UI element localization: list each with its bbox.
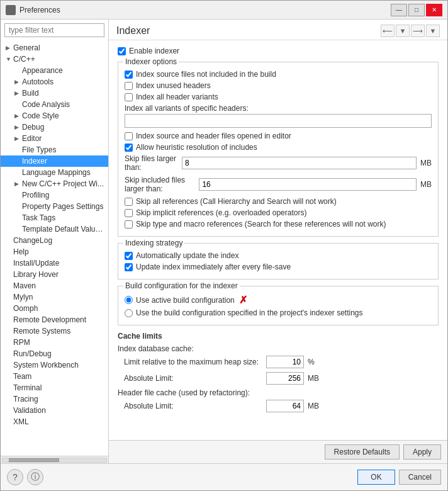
back-button[interactable]: ⟵ — [381, 25, 395, 37]
restore-defaults-button[interactable]: Restore Defaults — [325, 444, 400, 460]
sidebar-item-validation[interactable]: Validation — [1, 405, 108, 416]
sidebar-item-property-pages[interactable]: Property Pages Settings — [1, 201, 108, 212]
update-immediately-row: Update index immediately after every fil… — [125, 262, 432, 271]
sidebar-item-label: Mylyn — [13, 293, 33, 302]
active-build-row: Use active build configuration ✗ — [125, 294, 432, 306]
skip-implicit-checkbox[interactable] — [125, 209, 133, 217]
index-all-variants-checkbox[interactable] — [125, 93, 133, 101]
sidebar-item-appearance[interactable]: Appearance — [1, 65, 108, 76]
sidebar-item-label: Editor — [22, 134, 42, 143]
back-dropdown-button[interactable]: ▼ — [396, 25, 410, 37]
sidebar-item-label: Debug — [22, 123, 44, 132]
sidebar-item-template-default[interactable]: Template Default Value... — [1, 223, 108, 235]
maximize-button[interactable]: □ — [408, 4, 425, 16]
sidebar-item-build[interactable]: ▶ Build — [1, 87, 108, 99]
index-all-variants-row: Index all header variants — [125, 93, 432, 101]
update-immediately-checkbox[interactable] — [125, 263, 133, 271]
absolute-limit-unit-header: MB — [308, 402, 319, 410]
sidebar-item-library-hover[interactable]: Library Hover — [1, 269, 108, 280]
skip-all-refs-checkbox[interactable] — [125, 198, 133, 206]
forward-dropdown-button[interactable]: ▼ — [426, 25, 440, 37]
active-build-radio[interactable] — [125, 296, 133, 304]
sidebar-item-label: Property Pages Settings — [22, 202, 103, 211]
sidebar-item-label: System Workbench — [13, 361, 79, 370]
sidebar-item-run-debug[interactable]: Run/Debug — [1, 348, 108, 359]
heuristic-row: Allow heuristic resolution of includes — [125, 143, 432, 152]
ok-button[interactable]: OK — [357, 470, 395, 485]
index-editor-checkbox[interactable] — [125, 132, 133, 140]
sidebar-item-tracing[interactable]: Tracing — [1, 393, 108, 405]
sidebar-item-changelog[interactable]: ChangeLog — [1, 235, 108, 246]
cancel-button[interactable]: Cancel — [399, 470, 441, 485]
indexer-options-group: Indexer options Index source files not i… — [118, 62, 439, 237]
sidebar-item-oomph[interactable]: Oomph — [1, 303, 108, 314]
sidebar-item-mylyn[interactable]: Mylyn — [1, 291, 108, 303]
sidebar-item-remote-development[interactable]: Remote Development — [1, 314, 108, 325]
project-build-radio[interactable] — [125, 309, 133, 317]
absolute-limit-input-header[interactable] — [266, 400, 304, 412]
sidebar-item-rpm[interactable]: RPM — [1, 337, 108, 348]
sidebar-item-label: Profiling — [22, 191, 49, 200]
sidebar-item-remote-systems[interactable]: Remote Systems — [1, 325, 108, 337]
sidebar-item-profiling[interactable]: Profiling — [1, 189, 108, 201]
skip-included-input[interactable] — [199, 178, 417, 191]
sidebar-item-install-update[interactable]: Install/Update — [1, 257, 108, 269]
sidebar-item-team[interactable]: Team — [1, 371, 108, 382]
sidebar-item-new-cpp[interactable]: ▶ New C/C++ Project Wi... — [1, 178, 108, 189]
index-source-row: Index source files not included in the b… — [125, 70, 432, 79]
sidebar-item-indexer[interactable]: Indexer — [1, 155, 108, 167]
active-build-label: Use active build configuration — [136, 296, 235, 305]
absolute-limit-input-db[interactable] — [266, 372, 304, 385]
page-title: Indexer — [116, 25, 150, 37]
sidebar-item-label: Tracing — [13, 395, 38, 404]
auto-update-checkbox[interactable] — [125, 252, 133, 260]
sidebar-item-debug[interactable]: ▶ Debug — [1, 121, 108, 133]
index-source-checkbox[interactable] — [125, 71, 133, 79]
minimize-button[interactable]: — — [391, 4, 407, 16]
sidebar-item-file-types[interactable]: File Types — [1, 144, 108, 155]
sidebar-item-language-mappings[interactable]: Language Mappings — [1, 167, 108, 178]
info-button[interactable]: ⓘ — [27, 469, 43, 485]
sidebar-item-editor[interactable]: ▶ Editor — [1, 133, 108, 144]
header-cache-title: Header file cache (used by refactoring): — [118, 388, 439, 397]
skip-larger-label: Skip files larger than: — [125, 154, 178, 172]
sidebar-item-autotools[interactable]: ▶ Autotools — [1, 76, 108, 87]
index-unused-checkbox[interactable] — [125, 82, 133, 90]
sidebar-item-code-style[interactable]: ▶ Code Style — [1, 110, 108, 121]
content-area: Indexer ⟵ ▼ ⟶ ▼ — [109, 20, 447, 463]
sidebar-item-system-workbench[interactable]: System Workbench — [1, 359, 108, 371]
skip-larger-input[interactable] — [182, 157, 417, 169]
sidebar-item-label: Code Analysis — [22, 100, 70, 109]
dialog-footer-left: ? ⓘ — [7, 469, 43, 485]
sidebar-item-help[interactable]: Help — [1, 246, 108, 257]
relative-limit-input[interactable] — [266, 356, 304, 368]
apply-button[interactable]: Apply — [403, 444, 441, 460]
forward-button[interactable]: ⟶ — [411, 25, 425, 37]
header-variants-input[interactable] — [125, 114, 432, 128]
sidebar-item-label: C/C++ — [13, 55, 35, 64]
sidebar-item-general[interactable]: ▶ General — [1, 42, 108, 54]
content-header: Indexer ⟵ ▼ ⟶ ▼ — [109, 20, 447, 40]
heuristic-checkbox[interactable] — [125, 144, 133, 152]
index-unused-row: Index unused headers — [125, 81, 432, 90]
filter-input[interactable] — [4, 23, 104, 37]
skip-type-checkbox[interactable] — [125, 220, 133, 229]
sidebar-item-terminal[interactable]: Terminal — [1, 382, 108, 393]
sidebar-item-cpp[interactable]: ▼ C/C++ — [1, 54, 108, 65]
absolute-limit-row-db: Absolute Limit: MB — [124, 372, 439, 385]
scroll-track[interactable] — [2, 458, 107, 463]
sidebar-item-code-analysis[interactable]: Code Analysis — [1, 99, 108, 110]
tree: ▶ General ▼ C/C++ Appearance ▶ Autotools — [1, 41, 108, 456]
arrow-icon: ▶ — [14, 79, 21, 85]
sidebar-item-maven[interactable]: Maven — [1, 280, 108, 291]
sidebar-scrollbar[interactable] — [1, 456, 108, 463]
enable-indexer-checkbox[interactable] — [118, 47, 126, 55]
help-button[interactable]: ? — [7, 469, 23, 485]
skip-larger-unit: MB — [420, 159, 432, 167]
skip-type-label: Skip type and macro references (Search f… — [136, 220, 386, 229]
sidebar-item-xml[interactable]: XML — [1, 416, 108, 427]
scroll-thumb[interactable] — [9, 458, 59, 462]
sidebar-item-task-tags[interactable]: Task Tags — [1, 212, 108, 223]
arrow-icon: ▶ — [14, 181, 21, 187]
close-button[interactable]: ✕ — [426, 4, 442, 16]
